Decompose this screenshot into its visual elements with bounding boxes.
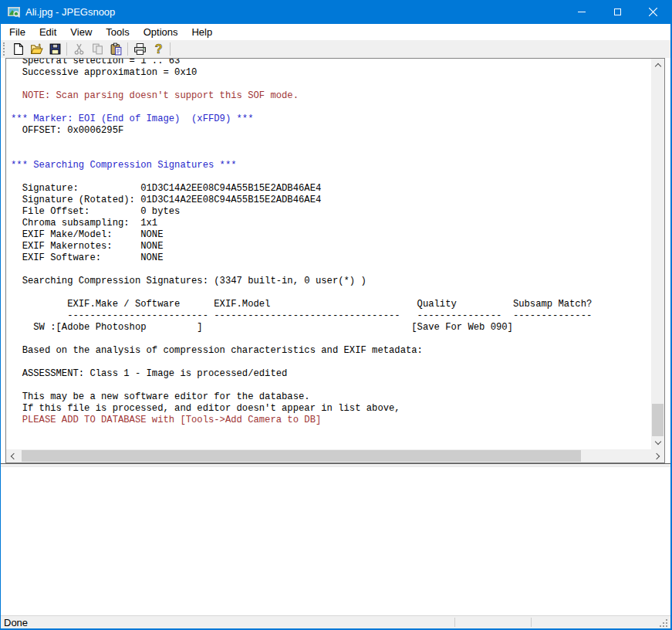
output-line: ------------------------- --------------… [11,310,651,322]
output-line [11,264,651,276]
vertical-scrollbar-thumb[interactable] [652,404,664,436]
jpegsnoop-window: Ali.jpg - JPEGsnoop File Edit View Tools… [0,0,672,630]
toolbar: ? [1,40,670,58]
analysis-output-pane[interactable]: Spectral selection = 1 .. 63 Successive … [5,58,665,463]
paste-clipboard-icon [110,42,123,56]
menu-tools[interactable]: Tools [99,25,136,39]
output-line [11,79,651,90]
analysis-output[interactable]: Spectral selection = 1 .. 63 Successive … [6,59,651,449]
horizontal-scrollbar[interactable] [6,449,664,462]
output-line: Chroma subsampling: 1x1 [11,218,651,229]
output-line [11,380,651,391]
output-line: Signature: 01D3C14A2EE08C94A55B15E2ADB46… [11,183,651,195]
toolbar-print-button[interactable] [130,41,149,58]
window-title: Ali.jpg - JPEGsnoop [25,6,115,18]
output-line: EXIF.Make / Software EXIF.Model Quality … [11,299,651,310]
statusbar-separator [531,618,532,627]
vertical-scrollbar[interactable] [651,59,664,449]
copy-icon [91,42,104,56]
chevron-right-icon [653,452,660,459]
toolbar-separator [66,42,67,56]
output-line: SW :[Adobe Photoshop ] [Save For Web 090… [11,322,651,334]
output-line [11,102,651,113]
output-line: EXIF Software: NONE [11,252,651,264]
output-line: Signature (Rotated): 01D3C14A2EE08C94A55… [11,195,651,206]
scroll-left-button[interactable] [6,449,19,462]
toolbar-paste-button[interactable] [106,41,125,58]
app-icon [8,6,20,19]
output-line: OFFSET: 0x0006295F [11,125,651,137]
scroll-up-button[interactable] [651,59,664,72]
toolbar-copy-button [88,41,106,58]
new-document-icon [12,42,25,56]
menu-bar: File Edit View Tools Options Help [1,24,670,40]
close-icon [649,8,657,16]
image-preview-pane [1,466,670,615]
output-line: EXIF Make/Model: NONE [11,229,651,241]
output-line: ASSESSMENT: Class 1 - Image is processed… [11,368,651,380]
menu-help[interactable]: Help [184,25,219,39]
toolbar-cut-button [69,41,88,58]
output-line [11,357,651,368]
output-line: Searching Compression Signatures: (3347 … [11,276,651,287]
menu-options[interactable]: Options [137,25,185,39]
svg-text:?: ? [154,42,162,56]
cut-scissors-icon [73,42,86,56]
output-line [11,137,651,148]
output-line: *** Marker: EOI (End of Image) (xFFD9) *… [11,113,651,125]
minimize-icon [578,12,586,12]
statusbar-separator [454,618,455,627]
resize-grip-icon[interactable] [660,619,667,627]
toolbar-open-button[interactable] [27,41,46,58]
horizontal-scrollbar-thumb[interactable] [22,450,581,462]
output-line: This may be a new software editor for th… [11,391,651,403]
menu-view[interactable]: View [63,25,99,39]
status-text: Done [4,617,28,628]
output-line: NOTE: Scan parsing doesn't support this … [11,90,651,102]
maximize-icon [614,8,621,15]
minimize-button[interactable] [564,0,599,24]
status-bar: Done [1,615,670,630]
toolbar-separator [170,42,171,56]
output-line: EXIF Makernotes: NONE [11,241,651,252]
help-question-icon: ? [152,42,165,56]
output-line [11,171,651,183]
output-line: Successive approximation = 0x10 [11,67,651,79]
chevron-down-icon [654,439,660,445]
toolbar-save-button[interactable] [46,41,64,58]
output-line: *** Searching Compression Signatures *** [11,160,651,171]
title-bar: Ali.jpg - JPEGsnoop [1,0,670,24]
output-line: PLEASE ADD TO DATABASE with [Tools->Add … [11,415,651,426]
output-line [11,148,651,160]
scroll-right-button[interactable] [651,449,664,462]
toolbar-about-button[interactable]: ? [149,41,167,58]
output-line [11,287,651,299]
chevron-left-icon [11,452,17,459]
close-button[interactable] [635,0,670,24]
print-icon [133,42,147,56]
menu-edit[interactable]: Edit [32,25,63,39]
chevron-up-icon [654,63,660,69]
menu-file[interactable]: File [2,25,32,39]
save-floppy-icon [49,42,62,56]
output-line: File Offset: 0 bytes [11,206,651,218]
toolbar-new-button[interactable] [8,41,27,58]
toolbar-gripper[interactable] [3,42,5,56]
output-line [11,334,651,345]
scroll-down-button[interactable] [651,436,664,449]
output-line: Based on the analysis of compression cha… [11,345,651,357]
output-line: If this file is processed, and editor do… [11,403,651,415]
output-line: Spectral selection = 1 .. 63 [11,59,651,67]
maximize-button[interactable] [599,0,635,24]
toolbar-separator [127,42,128,56]
open-folder-icon [30,42,43,56]
